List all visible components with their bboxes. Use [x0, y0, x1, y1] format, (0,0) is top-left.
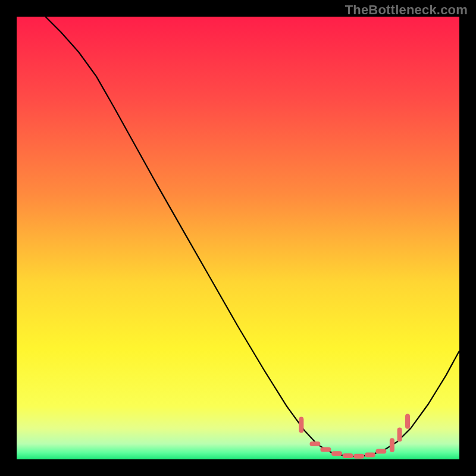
curve-marker [331, 451, 342, 456]
curve-marker [397, 427, 402, 441]
curve-marker [299, 417, 303, 433]
bottleneck-curve-plot [0, 0, 476, 476]
curve-marker [375, 449, 386, 454]
curve-marker [320, 447, 331, 452]
curve-marker [390, 438, 394, 452]
curve-marker [353, 454, 364, 459]
curve-marker [343, 453, 353, 458]
curve-marker [405, 414, 410, 428]
curve-marker [365, 453, 375, 458]
plot-background [17, 17, 459, 459]
curve-marker [310, 441, 321, 446]
chart-container: TheBottleneck.com [0, 0, 476, 476]
watermark-label: TheBottleneck.com [345, 2, 468, 18]
